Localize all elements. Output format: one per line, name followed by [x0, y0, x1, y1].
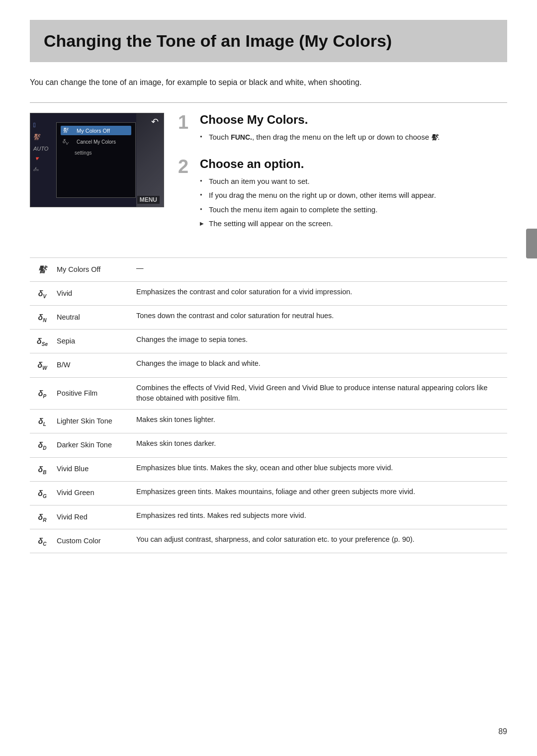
step-1-heading: Choose My Colors. — [200, 113, 440, 127]
table-row: δP Positive Film Combines the effects of… — [30, 377, 507, 410]
option-icon: δG — [30, 481, 51, 505]
steps-section:  䁿 AUTO 🔻 𝛿ₙ 䁿 My Colors Off δV Cancel … — [30, 113, 507, 244]
table-row: δD Darker Skin Tone Makes skin tones dar… — [30, 433, 507, 457]
menu-icon-off: 䁿 — [63, 127, 74, 134]
table-row: δSe Sepia Changes the image to sepia ton… — [30, 330, 507, 353]
option-desc: Emphasizes red tints. Makes red subjects… — [130, 505, 507, 529]
menu-label-off: My Colors Off — [77, 128, 110, 134]
option-name: Vivid Green — [51, 481, 130, 505]
option-desc: Changes the image to black and white. — [130, 353, 507, 377]
option-name: Darker Skin Tone — [51, 433, 130, 457]
option-desc: Tones down the contrast and color satura… — [130, 306, 507, 330]
option-icon: δD — [30, 433, 51, 457]
options-table: 䁿 My Colors Off — δV Vivid Emphasizes th… — [30, 257, 507, 553]
step-2-arrow-1: The setting will appear on the screen. — [200, 218, 436, 230]
option-name: Vivid Red — [51, 505, 130, 529]
option-name: Neutral — [51, 306, 130, 330]
option-desc: Changes the image to sepia tones. — [130, 330, 507, 353]
camera-screenshot:  䁿 AUTO 🔻 𝛿ₙ 䁿 My Colors Off δV Cancel … — [30, 113, 164, 207]
step-1-body: Choose My Colors. Touch FUNC., then drag… — [200, 113, 440, 146]
step-2-number: 2 — [178, 157, 193, 176]
off-icon-inline: 䁿 — [431, 134, 438, 141]
option-name: Lighter Skin Tone — [51, 410, 130, 433]
option-name: Vivid — [51, 281, 130, 305]
step-2-heading: Choose an option. — [200, 157, 436, 171]
option-icon: δV — [30, 281, 51, 305]
back-arrow-icon: ↶ — [151, 116, 159, 127]
step-1: 1 Choose My Colors. Touch FUNC., then dr… — [178, 113, 507, 146]
step-2-body: Choose an option. Touch an item you want… — [200, 157, 436, 233]
menu-label-settings: settings — [75, 150, 91, 156]
option-icon: δP — [30, 377, 51, 410]
option-icon: δSe — [30, 330, 51, 353]
option-name: B/W — [51, 353, 130, 377]
option-desc: Makes skin tones lighter. — [130, 410, 507, 433]
step-1-bullet-1: Touch FUNC., then drag the menu on the l… — [200, 132, 440, 143]
side-tab — [526, 229, 537, 258]
table-row: 䁿 My Colors Off — — [30, 257, 507, 281]
option-name: My Colors Off — [51, 257, 130, 281]
intro-text: You can change the tone of an image, for… — [30, 76, 507, 89]
option-desc: Combines the effects of Vivid Red, Vivid… — [130, 377, 507, 410]
title-section: Changing the Tone of an Image (My Colors… — [30, 20, 507, 62]
step-2-bullet-1: Touch an item you want to set. — [200, 176, 436, 187]
table-row: δN Neutral Tones down the contrast and c… — [30, 306, 507, 330]
option-name: Positive Film — [51, 377, 130, 410]
step-2-bullet-2: If you drag the menu on the right up or … — [200, 190, 436, 201]
table-row: δL Lighter Skin Tone Makes skin tones li… — [30, 410, 507, 433]
table-row: δW B/W Changes the image to black and wh… — [30, 353, 507, 377]
step-2: 2 Choose an option. Touch an item you wa… — [178, 157, 507, 233]
page-title: Changing the Tone of an Image (My Colors… — [44, 31, 493, 51]
menu-icon-av: δV — [63, 138, 74, 146]
option-desc: Emphasizes the contrast and color satura… — [130, 281, 507, 305]
option-icon: δR — [30, 505, 51, 529]
option-icon: δC — [30, 529, 51, 553]
section-divider — [30, 102, 507, 103]
menu-label-bottom: MENU — [137, 196, 160, 204]
table-row: δV Vivid Emphasizes the contrast and col… — [30, 281, 507, 305]
option-desc: Emphasizes green tints. Makes mountains,… — [130, 481, 507, 505]
option-icon: δB — [30, 457, 51, 481]
option-icon: δN — [30, 306, 51, 330]
func-label: FUNC. — [231, 133, 252, 141]
page-number: 89 — [498, 727, 507, 736]
option-icon: 䁿 — [30, 257, 51, 281]
option-name: Sepia — [51, 330, 130, 353]
table-row: δB Vivid Blue Emphasizes blue tints. Mak… — [30, 457, 507, 481]
option-name: Vivid Blue — [51, 457, 130, 481]
steps-content: 1 Choose My Colors. Touch FUNC., then dr… — [178, 113, 507, 244]
table-row: δC Custom Color You can adjust contrast,… — [30, 529, 507, 553]
table-row: δG Vivid Green Emphasizes green tints. M… — [30, 481, 507, 505]
option-desc: — — [130, 257, 507, 281]
option-name: Custom Color — [51, 529, 130, 553]
option-desc: Makes skin tones darker. — [130, 433, 507, 457]
option-desc: Emphasizes blue tints. Makes the sky, oc… — [130, 457, 507, 481]
option-icon: δW — [30, 353, 51, 377]
table-row: δR Vivid Red Emphasizes red tints. Makes… — [30, 505, 507, 529]
menu-label-cancel: Cancel My Colors — [77, 139, 116, 145]
option-icon: δL — [30, 410, 51, 433]
step-1-number: 1 — [178, 113, 193, 132]
step-2-bullet-3: Touch the menu item again to complete th… — [200, 204, 436, 216]
option-desc: You can adjust contrast, sharpness, and … — [130, 529, 507, 553]
